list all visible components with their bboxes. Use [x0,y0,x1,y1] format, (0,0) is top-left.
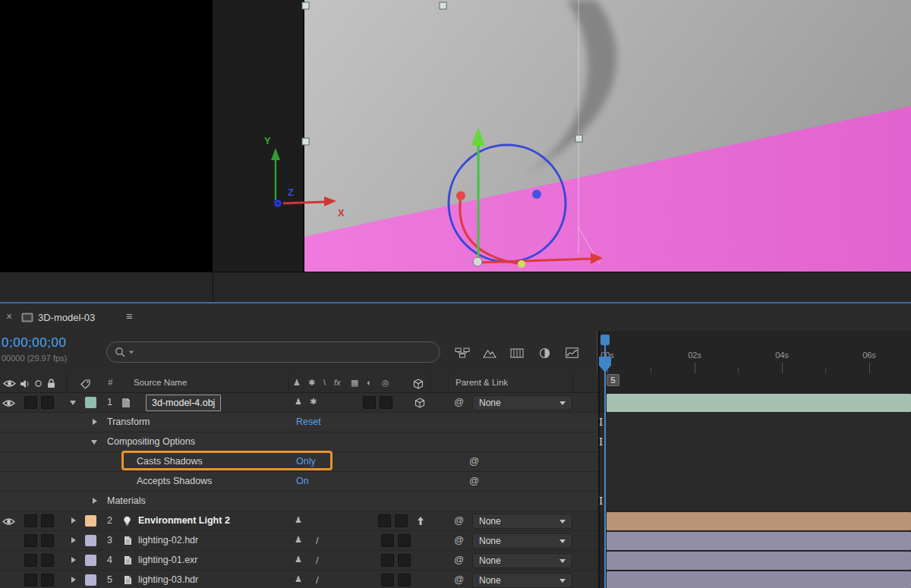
cube-3d-icon[interactable] [415,398,425,408]
parent-dropdown[interactable]: None [472,573,572,588]
pick-whip-icon[interactable]: @ [454,574,464,585]
pick-whip-icon[interactable]: @ [454,514,464,526]
switch-slot[interactable] [378,514,391,527]
parent-dropdown[interactable]: None [472,395,572,410]
chevron-right-icon[interactable] [71,537,76,543]
shy-toggle-icon[interactable]: ♟ [295,535,302,545]
label-color-swatch[interactable] [85,555,96,566]
frame-blend-icon[interactable] [507,343,527,363]
collapse-toggle-icon[interactable]: ✱ [310,397,317,407]
chevron-right-icon[interactable] [93,498,97,504]
pick-whip-icon[interactable]: @ [454,554,464,565]
shy-toggle-icon[interactable]: ♟ [295,555,302,564]
switch-slot[interactable] [381,574,394,586]
eye-icon[interactable] [2,517,15,526]
switch-slot[interactable] [398,534,411,547]
audio-toggle[interactable] [24,396,37,409]
layer-name[interactable]: lighting-01.exr [138,555,198,565]
comp-mini-flowchart-icon[interactable] [452,343,472,363]
column-source-name[interactable]: Source Name [134,378,187,387]
property-row[interactable]: Compositing Options [0,432,598,452]
adjustment-column-icon[interactable]: ◎ [382,378,389,388]
audio-toggle[interactable] [24,574,37,586]
panel-menu-icon[interactable]: ≡ [126,310,132,322]
frame-blend-column-icon[interactable]: ▦ [351,378,358,388]
table-row[interactable]: 2 Environment Light 2 ♟ @ None [0,511,598,531]
chevron-right-icon[interactable] [71,517,76,524]
search-input[interactable] [137,346,432,358]
layer-name[interactable]: lighting-03.hdr [138,574,198,585]
pick-whip-icon[interactable]: @ [454,396,464,407]
table-row[interactable]: 1 3d-model-4.obj ♟ ✱ @ None [0,393,598,413]
property-row[interactable]: Casts Shadows Only @ [0,452,598,472]
parent-dropdown[interactable]: None [472,514,572,529]
shy-toggle-icon[interactable]: ♟ [295,397,302,407]
collapse-column-icon[interactable]: ✱ [308,378,315,388]
column-parent-link[interactable]: Parent & Link [456,378,508,387]
eye-icon[interactable] [2,399,15,407]
casts-shadows-value[interactable]: Only [296,456,316,467]
tab-composition[interactable]: 3D-model-03 [38,312,95,323]
layer-name[interactable]: lighting-02.hdr [138,535,198,546]
cube-3d-column-icon[interactable] [413,379,424,389]
table-row[interactable]: 5 lighting-03.hdr ♟ / @ None [0,571,598,588]
audio-toggle[interactable] [24,554,37,567]
composition-viewport[interactable]: Y Z X [213,0,911,272]
quality-toggle-icon[interactable]: / [316,555,319,566]
shy-column-icon[interactable]: ♟ [293,378,301,388]
label-color-swatch[interactable] [85,397,96,408]
switch-slot[interactable] [398,554,411,567]
label-color-swatch[interactable] [85,574,96,586]
column-number[interactable]: # [108,378,112,387]
playhead-top-handle[interactable] [601,335,610,345]
reset-link[interactable]: Reset [296,417,321,427]
motion-blur-column-icon[interactable]: ◐ [367,378,372,387]
chevron-down-icon[interactable] [70,401,76,405]
parent-dropdown[interactable]: None [472,553,572,568]
chevron-right-icon[interactable] [71,577,76,583]
property-row[interactable]: Materials [0,492,598,511]
switch-slot[interactable] [363,396,376,409]
draft-3d-icon[interactable] [480,343,500,363]
layer-name[interactable]: 3d-model-4.obj [146,395,221,411]
chevron-right-icon[interactable] [71,557,76,563]
lock-toggle[interactable] [41,514,54,527]
label-color-swatch[interactable] [85,535,96,546]
layer-duration-bar[interactable] [607,571,911,588]
switch-slot[interactable] [380,396,392,409]
switch-slot[interactable] [398,574,411,586]
property-row[interactable]: Accepts Shadows On @ [0,472,598,492]
up-arrow-icon[interactable] [417,516,424,526]
pick-whip-icon[interactable]: @ [469,455,479,467]
property-row[interactable]: Transform Reset [0,413,598,432]
layer-duration-bar[interactable] [607,552,911,570]
audio-toggle[interactable] [24,534,37,547]
effects-column-icon[interactable]: fx [334,378,341,387]
pick-whip-icon[interactable]: @ [454,534,464,546]
layer-name[interactable]: Environment Light 2 [138,515,230,526]
pick-whip-icon[interactable]: @ [469,475,479,486]
layer-duration-bar[interactable] [607,532,911,550]
audio-toggle[interactable] [24,514,37,527]
lock-toggle[interactable] [41,554,54,567]
layer-duration-bar[interactable] [607,512,911,530]
close-icon[interactable]: × [6,310,12,322]
current-time-display[interactable]: 0;00;00;00 [2,335,66,351]
switch-slot[interactable] [381,554,394,567]
motion-blur-icon[interactable] [534,343,554,363]
shy-toggle-icon[interactable]: ♟ [295,515,302,525]
search-box[interactable] [106,341,440,363]
lock-toggle[interactable] [41,574,54,586]
lock-toggle[interactable] [41,534,54,547]
switch-slot[interactable] [395,514,408,527]
graph-editor-icon[interactable] [562,343,582,363]
playhead-line[interactable] [604,335,606,588]
comp-marker[interactable]: 5 [607,374,619,386]
shy-toggle-icon[interactable]: ♟ [295,574,302,584]
label-color-swatch[interactable] [85,515,96,527]
accepts-shadows-value[interactable]: On [296,476,309,486]
table-row[interactable]: 3 lighting-02.hdr ♟ / @ None [0,531,598,551]
switch-slot[interactable] [381,534,394,547]
chevron-down-icon[interactable] [91,440,97,445]
quality-column-icon[interactable]: \ [323,378,326,387]
